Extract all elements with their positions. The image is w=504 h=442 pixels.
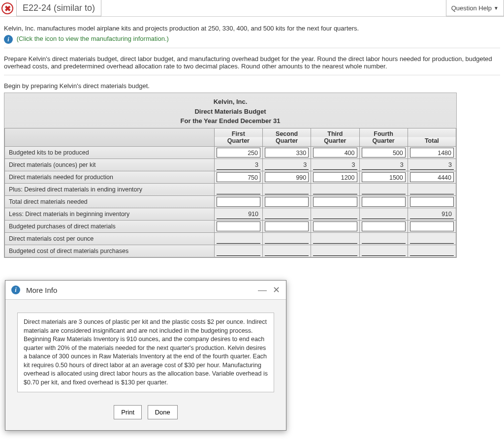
instructions-text: Prepare Kelvin's direct materials budget… [4, 55, 500, 70]
row-label: Direct materials needed for production [5, 171, 215, 183]
value-input[interactable] [217, 234, 260, 244]
value-input[interactable]: 910 [217, 209, 260, 219]
value-input[interactable]: 3 [313, 160, 357, 170]
value-input[interactable] [362, 209, 406, 219]
value-input[interactable]: 1200 [313, 172, 357, 182]
value-input[interactable]: 3 [362, 160, 406, 170]
row-label: Plus: Desired direct materials in ending… [5, 183, 215, 195]
value-input[interactable]: 3 [410, 160, 454, 170]
value-input[interactable] [265, 246, 309, 256]
info-icon[interactable]: i [4, 35, 13, 44]
table-row: Budgeted purchases of direct materials [5, 220, 456, 232]
value-input[interactable] [313, 234, 357, 244]
value-input[interactable] [313, 209, 357, 219]
col-head: First [214, 128, 262, 137]
divider [4, 75, 500, 75]
report-title: Direct Materials Budget [4, 107, 456, 117]
value-input[interactable] [313, 185, 357, 194]
col-head: Quarter [263, 137, 311, 147]
value-input[interactable]: 400 [313, 148, 357, 158]
close-icon[interactable]: ✖ [1, 2, 13, 14]
company-name: Kelvin, Inc. [4, 97, 456, 107]
report-period: For the Year Ended December 31 [4, 116, 456, 126]
value-input[interactable] [265, 234, 309, 244]
col-head: Second [263, 128, 311, 137]
col-head [408, 128, 456, 137]
table-row: Plus: Desired direct materials in ending… [5, 183, 456, 195]
chevron-down-icon: ▼ [494, 5, 499, 11]
value-input[interactable] [362, 234, 406, 244]
value-input[interactable] [313, 197, 357, 207]
col-head: Quarter [311, 137, 359, 147]
value-input[interactable] [265, 209, 309, 219]
value-input[interactable] [410, 246, 454, 256]
col-head: Total [408, 137, 456, 147]
value-input[interactable] [217, 221, 260, 231]
value-input[interactable] [217, 185, 260, 194]
value-input[interactable] [362, 221, 406, 231]
value-input[interactable]: 750 [217, 172, 260, 182]
value-input[interactable]: 1480 [410, 148, 454, 158]
value-input[interactable] [410, 221, 454, 231]
value-input[interactable] [362, 185, 406, 194]
value-input[interactable] [217, 246, 260, 256]
row-label: Less: Direct materials in beginning inve… [5, 208, 215, 220]
value-input[interactable] [217, 197, 260, 207]
budget-table: Kelvin, Inc. Direct Materials Budget For… [4, 93, 457, 258]
table-row: Less: Direct materials in beginning inve… [5, 208, 456, 220]
value-input[interactable] [362, 246, 406, 256]
col-head: Third [311, 128, 359, 137]
value-input[interactable] [362, 197, 406, 207]
value-input[interactable]: 1500 [362, 172, 406, 182]
table-row: Direct materials cost per ounce [5, 232, 456, 245]
question-title: E22-24 (similar to) [16, 0, 101, 16]
value-input[interactable] [265, 197, 309, 207]
value-input[interactable] [410, 197, 454, 207]
question-help-label: Question Help [451, 4, 492, 12]
row-label: Budgeted purchases of direct materials [5, 220, 215, 232]
intro-text: Kelvin, Inc. manufactures model airplane… [4, 25, 500, 32]
value-input[interactable]: 3 [217, 160, 260, 170]
value-input[interactable]: 3 [265, 160, 309, 170]
value-input[interactable] [265, 185, 309, 194]
info-link[interactable]: (Click the icon to view the manufacturin… [17, 35, 169, 42]
begin-text: Begin by preparing Kelvin's direct mater… [4, 82, 500, 90]
value-input[interactable]: 330 [265, 148, 309, 158]
value-input[interactable]: 250 [217, 148, 260, 158]
question-help-button[interactable]: Question Help ▼ [446, 0, 504, 16]
table-row: Budgeted kits to be produced250330400500… [5, 146, 456, 158]
table-row: Direct materials (ounces) per kit33333 [5, 158, 456, 171]
value-input[interactable] [313, 221, 357, 231]
value-input[interactable]: 4440 [410, 172, 454, 182]
value-input[interactable] [265, 221, 309, 231]
row-label: Total direct materials needed [5, 195, 215, 208]
value-input[interactable] [410, 185, 454, 194]
value-input[interactable]: 990 [265, 172, 309, 182]
row-label: Direct materials cost per ounce [5, 232, 215, 245]
divider [4, 48, 500, 48]
value-input[interactable]: 910 [410, 209, 454, 219]
row-label: Budgeted kits to be produced [5, 146, 215, 158]
value-input[interactable]: 500 [362, 148, 406, 158]
value-input[interactable] [313, 246, 357, 256]
table-row: Budgeted cost of direct materials purcha… [5, 245, 456, 257]
col-head: Fourth [359, 128, 408, 137]
table-row: Direct materials needed for production75… [5, 171, 456, 183]
row-label: Budgeted cost of direct materials purcha… [5, 245, 215, 257]
row-label: Direct materials (ounces) per kit [5, 158, 215, 171]
value-input[interactable] [410, 234, 454, 244]
top-bar: ✖ E22-24 (similar to) Question Help ▼ [0, 0, 504, 17]
col-head: Quarter [214, 137, 262, 147]
table-row: Total direct materials needed [5, 195, 456, 208]
col-head: Quarter [359, 137, 408, 147]
